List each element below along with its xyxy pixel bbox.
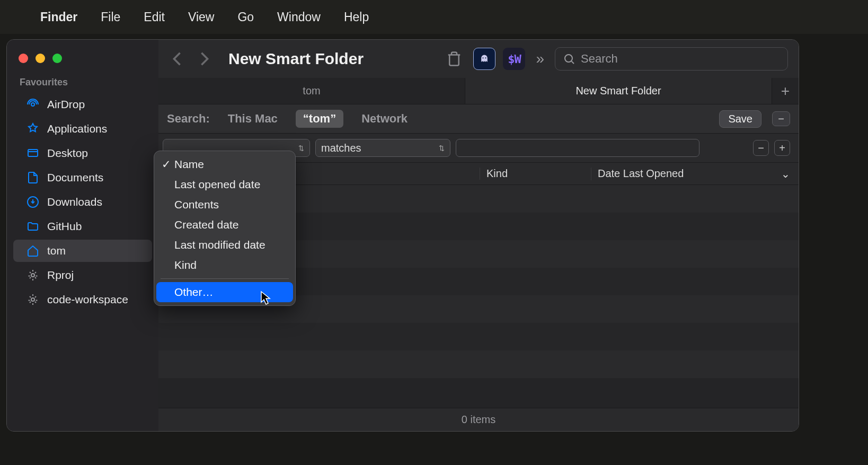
sidebar-item-label: AirDrop xyxy=(47,98,85,111)
desktop-icon xyxy=(26,146,40,160)
popup-item-kind[interactable]: Kind xyxy=(156,255,293,275)
toolbar-app-icon-2[interactable]: $W xyxy=(503,48,525,70)
scope-tom[interactable]: “tom” xyxy=(296,110,343,128)
sidebar-item-github[interactable]: GitHub xyxy=(13,215,152,238)
sidebar-item-airdrop[interactable]: AirDrop xyxy=(13,93,152,116)
documents-icon xyxy=(26,171,40,185)
save-button[interactable]: Save xyxy=(719,110,761,128)
menu-edit[interactable]: Edit xyxy=(144,10,165,24)
criteria-value-input[interactable] xyxy=(456,139,699,157)
sidebar-item-documents[interactable]: Documents xyxy=(13,166,152,189)
svg-point-6 xyxy=(483,57,484,58)
remove-search-button[interactable]: − xyxy=(772,111,790,126)
status-text: 0 items xyxy=(462,414,495,426)
minimize-button[interactable] xyxy=(36,54,45,63)
tab-new-smart-folder[interactable]: New Smart Folder xyxy=(465,78,772,104)
menu-go[interactable]: Go xyxy=(237,10,254,24)
sidebar-item-applications[interactable]: Applications xyxy=(13,118,152,140)
gear-icon xyxy=(26,268,40,282)
sidebar-item-label: tom xyxy=(47,244,66,257)
tab-bar: tom New Smart Folder + xyxy=(158,78,799,104)
list-row xyxy=(158,350,799,378)
column-kind[interactable]: Kind xyxy=(480,168,591,180)
forward-button[interactable] xyxy=(197,51,212,67)
popup-item-created-date[interactable]: Created date xyxy=(156,215,293,235)
popup-item-contents[interactable]: Contents xyxy=(156,195,293,215)
scope-this-mac[interactable]: This Mac xyxy=(220,110,285,128)
popup-item-last-modified-date[interactable]: Last modified date xyxy=(156,235,293,255)
downloads-icon xyxy=(26,195,40,209)
sidebar: Favourites AirDrop Applications Desktop … xyxy=(7,40,158,431)
trash-button[interactable] xyxy=(442,47,466,71)
svg-rect-1 xyxy=(28,150,38,156)
new-tab-button[interactable]: + xyxy=(772,78,799,104)
svg-point-5 xyxy=(31,298,34,301)
tab-tom[interactable]: tom xyxy=(158,78,465,104)
search-field[interactable]: Search xyxy=(555,47,788,71)
popup-item-name[interactable]: Name xyxy=(156,154,293,174)
popup-item-other[interactable]: Other… xyxy=(156,282,293,302)
sidebar-item-label: Documents xyxy=(47,171,103,184)
applications-icon xyxy=(26,122,40,136)
sidebar-item-code-workspace[interactable]: code-workspace xyxy=(13,288,152,311)
home-icon xyxy=(26,244,40,258)
svg-point-8 xyxy=(565,55,572,62)
toolbar: New Smart Folder $W » Search xyxy=(158,40,799,78)
search-scope-bar: Search: This Mac “tom” Network Save − xyxy=(158,104,799,134)
list-row xyxy=(158,323,799,350)
sidebar-item-label: GitHub xyxy=(47,220,82,233)
menubar: Finder File Edit View Go Window Help xyxy=(0,0,868,34)
sidebar-item-label: Applications xyxy=(47,122,107,135)
search-label: Search: xyxy=(167,112,210,126)
toolbar-overflow-icon[interactable]: » xyxy=(536,50,544,67)
sidebar-item-downloads[interactable]: Downloads xyxy=(13,191,152,213)
menu-file[interactable]: File xyxy=(101,10,120,24)
popup-separator xyxy=(161,278,289,279)
search-placeholder: Search xyxy=(581,52,618,66)
criteria-operator-select[interactable]: matches⇅ xyxy=(315,139,450,157)
svg-line-9 xyxy=(572,62,574,64)
zoom-button[interactable] xyxy=(52,54,62,63)
sidebar-section-favourites: Favourites xyxy=(7,77,158,92)
menu-view[interactable]: View xyxy=(188,10,214,24)
window-controls xyxy=(7,49,158,77)
window-title: New Smart Folder xyxy=(220,50,435,68)
add-criteria-button[interactable]: + xyxy=(774,140,790,156)
search-icon xyxy=(563,52,575,65)
scope-network[interactable]: Network xyxy=(354,110,415,128)
sidebar-item-tom[interactable]: tom xyxy=(13,240,152,262)
sidebar-item-rproj[interactable]: Rproj xyxy=(13,264,152,286)
app-name[interactable]: Finder xyxy=(40,10,77,24)
attribute-popup-menu: Name Last opened date Contents Created d… xyxy=(154,151,296,306)
sidebar-item-label: Desktop xyxy=(47,147,88,160)
close-button[interactable] xyxy=(19,54,28,63)
svg-point-4 xyxy=(31,274,34,277)
sidebar-item-label: Rproj xyxy=(47,269,74,282)
menu-window[interactable]: Window xyxy=(277,10,321,24)
airdrop-icon xyxy=(26,98,40,111)
chevron-down-icon: ⌄ xyxy=(781,168,790,180)
sidebar-item-label: code-workspace xyxy=(47,293,128,306)
finder-window: Favourites AirDrop Applications Desktop … xyxy=(6,39,799,432)
sidebar-item-desktop[interactable]: Desktop xyxy=(13,142,152,164)
svg-point-7 xyxy=(485,57,486,58)
sidebar-item-label: Downloads xyxy=(47,196,102,208)
menu-help[interactable]: Help xyxy=(344,10,369,24)
gear-icon xyxy=(26,293,40,306)
remove-criteria-button[interactable]: − xyxy=(753,140,769,156)
column-date-last-opened[interactable]: Date Last Opened⌄ xyxy=(591,168,790,180)
toolbar-app-icon-1[interactable] xyxy=(473,48,495,70)
svg-point-0 xyxy=(31,103,34,106)
popup-item-last-opened-date[interactable]: Last opened date xyxy=(156,174,293,195)
folder-icon xyxy=(26,220,40,233)
back-button[interactable] xyxy=(169,51,185,67)
status-bar: 0 items xyxy=(158,408,799,431)
